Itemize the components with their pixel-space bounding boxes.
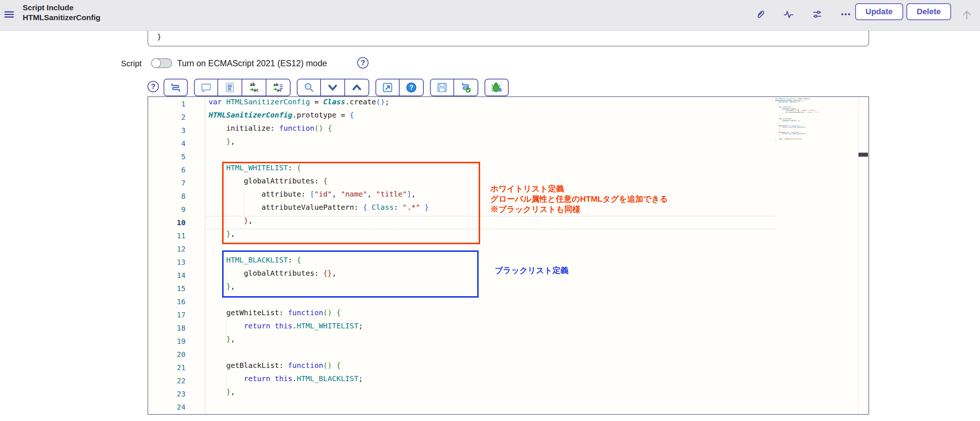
header-icon-bar — [753, 7, 853, 21]
hamburger-menu-icon[interactable] — [5, 11, 14, 19]
editor-help-ring-icon[interactable]: ? — [148, 81, 159, 92]
toolbar-find-next-button[interactable] — [321, 79, 345, 96]
toggle-knob — [151, 58, 161, 68]
toolbar-toggle-comment-button[interactable] — [194, 79, 218, 96]
previous-field-text: } — [157, 32, 161, 41]
toolbar-open-in-window-button[interactable] — [375, 79, 399, 96]
annotation-text-line: グローバル属性と任意のHTMLタグを追加できる — [490, 194, 668, 204]
toolbar-button-group — [164, 79, 188, 96]
record-name-label: HTMLSanitizerConfig — [23, 13, 100, 22]
code-line-2[interactable]: HTMLSanitizerConfig.prototype = { — [208, 110, 869, 124]
es12-toggle-label: Turn on ECMAScript 2021 (ES12) mode — [177, 59, 327, 69]
toolbar-debug-button[interactable] — [485, 79, 509, 96]
line-number-22: 22 — [148, 374, 186, 388]
toolbar-format-code-button[interactable] — [218, 79, 242, 96]
form-header: Script Include HTMLSanitizerConfig Updat… — [0, 0, 980, 31]
blacklist-annotation-text: ブラックリスト定義 — [495, 265, 569, 276]
blacklist-annotation-box — [222, 250, 479, 298]
line-number-12: 12 — [148, 242, 186, 255]
toolbar-button-group — [430, 79, 478, 96]
toolbar-replace-button[interactable]: abac — [242, 79, 266, 96]
line-number-10: 10 — [148, 216, 186, 229]
attachment-icon[interactable] — [753, 7, 767, 21]
personalize-form-icon[interactable] — [810, 7, 824, 21]
code-line-22[interactable]: return this.HTML_BLACKLIST; — [208, 374, 869, 388]
es12-help-icon[interactable]: ? — [357, 57, 369, 69]
code-line-3[interactable]: initialize: function() { — [208, 124, 869, 137]
line-number-24: 24 — [148, 400, 186, 414]
back-to-top-icon[interactable] — [959, 7, 974, 23]
line-number-19: 19 — [148, 335, 186, 348]
toolbar-replace-all-button[interactable]: abac — [266, 79, 291, 96]
toolbar-button-group: abacabac — [194, 79, 291, 96]
toolbar-button-group: ? — [375, 79, 424, 96]
line-number-4: 4 — [148, 137, 186, 150]
line-number-14: 14 — [148, 269, 186, 282]
line-number-9: 9 — [148, 203, 186, 216]
code-line-19[interactable]: }, — [208, 335, 869, 348]
code-line-24[interactable] — [208, 400, 869, 414]
whitelist-annotation-box — [222, 162, 480, 244]
line-number-3: 3 — [148, 124, 186, 137]
line-number-1: 1 — [148, 97, 186, 110]
line-number-17: 17 — [148, 308, 186, 321]
code-editor-toolbar: abacabac? — [164, 79, 509, 96]
line-number-13: 13 — [148, 255, 186, 269]
svg-text:ab: ab — [250, 82, 255, 87]
minimap-line: }; — [775, 140, 858, 142]
script-field-label: Script — [91, 59, 142, 69]
scrollbar-thumb[interactable] — [859, 153, 868, 157]
activity-stream-icon[interactable] — [782, 7, 795, 21]
toolbar-button-group — [485, 79, 509, 96]
line-number-7: 7 — [148, 177, 186, 190]
page-title: Script Include HTMLSanitizerConfig — [23, 3, 100, 22]
line-number-11: 11 — [148, 229, 186, 242]
record-type-label: Script Include — [23, 3, 100, 13]
code-line-18[interactable]: return this.HTML_WHITELIST; — [208, 321, 869, 335]
annotation-text-line: ホワイトリスト定義 — [490, 184, 668, 194]
toolbar-editor-help-button[interactable]: ? — [399, 79, 424, 96]
line-number-5: 5 — [148, 150, 186, 163]
line-number-8: 8 — [148, 190, 186, 203]
line-number-18: 18 — [148, 321, 186, 335]
line-number-20: 20 — [148, 348, 186, 361]
code-line-5[interactable] — [208, 150, 869, 163]
toolbar-button-group — [297, 79, 369, 96]
line-number-23: 23 — [148, 388, 186, 400]
line-number-16: 16 — [148, 295, 186, 308]
code-line-1[interactable]: var HTMLSanitizerConfig = Class.create()… — [208, 97, 869, 110]
line-number-6: 6 — [148, 163, 186, 177]
svg-text:ab: ab — [274, 82, 278, 87]
es12-toggle[interactable] — [151, 58, 172, 68]
code-line-4[interactable]: }, — [208, 137, 869, 150]
gutter-separator — [205, 97, 205, 414]
toolbar-check-syntax-button[interactable] — [454, 79, 478, 96]
code-line-21[interactable]: getBlackList: function() { — [208, 361, 869, 374]
delete-button[interactable]: Delete — [907, 3, 951, 20]
more-options-icon[interactable] — [839, 7, 853, 21]
line-number-15: 15 — [148, 282, 186, 295]
code-minimap[interactable]: var HTMLSanitizerConfig = Class.create()… — [775, 98, 858, 141]
code-line-20[interactable] — [208, 348, 869, 361]
svg-text:ac: ac — [254, 88, 259, 92]
update-button[interactable]: Update — [855, 3, 903, 20]
line-number-21: 21 — [148, 361, 186, 374]
annotation-text-line: ※ブラックリストも同様 — [490, 204, 668, 215]
toolbar-syntax-editor-button[interactable] — [164, 79, 188, 96]
toolbar-save-button[interactable] — [430, 79, 454, 96]
svg-text:?: ? — [409, 83, 413, 91]
line-number-2: 2 — [148, 110, 186, 124]
toolbar-search-button[interactable] — [297, 79, 321, 96]
toolbar-find-previous-button[interactable] — [345, 79, 369, 96]
line-number-gutter: 123456789101112131415161718192021222324 — [148, 97, 186, 414]
code-line-23[interactable]: }, — [208, 388, 869, 400]
code-line-17[interactable]: getWhiteList: function() { — [208, 308, 869, 321]
scroll-gutter-line — [858, 97, 859, 414]
previous-field-textarea[interactable]: } — [148, 30, 869, 46]
whitelist-annotation-text: ホワイトリスト定義グローバル属性と任意のHTMLタグを追加できる※ブラックリスト… — [490, 184, 668, 215]
